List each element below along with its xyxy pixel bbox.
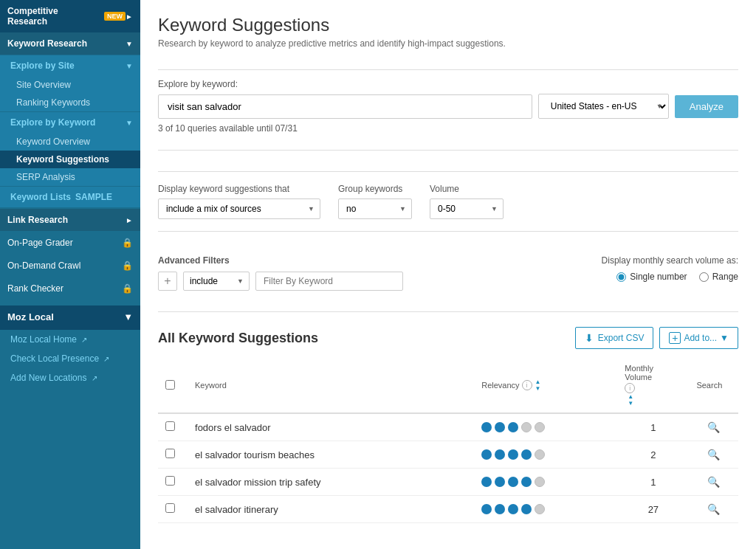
- filled-dot: [495, 477, 505, 487]
- display-monthly-label: Display monthly search volume as:: [602, 255, 738, 266]
- sidebar-item-rank-checker[interactable]: Rank Checker 🔒: [0, 277, 140, 300]
- download-icon: ⬇: [585, 332, 594, 344]
- sidebar-item-serp-analysis[interactable]: SERP Analysis: [0, 168, 140, 186]
- filled-dot: [481, 504, 492, 514]
- keyword-input[interactable]: [158, 94, 532, 119]
- filled-dot: [481, 422, 492, 432]
- display-filter-wrapper: include a mix of sources include only ex…: [158, 198, 320, 219]
- sidebar-item-link-research[interactable]: Link Research ►: [0, 209, 140, 231]
- plus-icon: +: [669, 332, 681, 344]
- table-title: All Keyword Suggestions: [158, 331, 318, 346]
- volume-cell: 2: [617, 441, 689, 469]
- th-volume[interactable]: Monthly Volume i ▲▼: [617, 358, 689, 413]
- table-head-row: Keyword Relevancy i ▲▼ Monthly Volume: [158, 358, 738, 413]
- volume-select[interactable]: 0-50 0-100 0-500 Any: [430, 198, 504, 219]
- on-demand-crawl-label: On-Demand Crawl: [7, 260, 80, 271]
- select-all-checkbox[interactable]: [165, 380, 175, 390]
- sidebar: Competitive Research NEW ► Keyword Resea…: [0, 0, 140, 549]
- sidebar-item-on-page-grader[interactable]: On-Page Grader 🔒: [0, 231, 140, 254]
- moz-local-header[interactable]: Moz Local ▼: [0, 305, 140, 328]
- lock-icon: 🔒: [122, 260, 133, 271]
- th-relevancy[interactable]: Relevancy i ▲▼: [474, 358, 617, 413]
- filled-dot: [495, 449, 505, 460]
- new-badge: NEW: [104, 12, 126, 21]
- explore-by-keyword-header[interactable]: Explore by Keyword ▼: [0, 111, 140, 133]
- advanced-section: Advanced Filters + include exclude Displ…: [158, 255, 738, 291]
- volume-cell: 1: [617, 413, 689, 441]
- keyword-cell: fodors el salvador: [188, 413, 474, 441]
- row-checkbox[interactable]: [165, 476, 175, 486]
- display-filter-label: Display keyword suggestions that: [158, 184, 320, 194]
- th-search: Search: [689, 358, 738, 413]
- divider: [158, 311, 738, 312]
- search-cell: 🔍: [689, 413, 738, 441]
- empty-dot: [521, 422, 532, 432]
- keyword-cell: el salvador mission trip safety: [188, 469, 474, 496]
- explore-by-site-header[interactable]: Explore by Site ▼: [0, 55, 140, 76]
- sort-icons: ▲▼: [535, 379, 541, 392]
- table-header-row: All Keyword Suggestions ⬇ Export CSV + A…: [158, 327, 738, 349]
- filter-by-keyword-input[interactable]: [255, 272, 403, 291]
- group-keywords-filter-group: Group keywords no yes: [338, 184, 412, 219]
- chevron-right-icon: ►: [126, 13, 133, 21]
- sidebar-item-on-demand-crawl[interactable]: On-Demand Crawl 🔒: [0, 254, 140, 277]
- info-icon: i: [625, 383, 635, 393]
- sidebar-item-keyword-overview[interactable]: Keyword Overview: [0, 133, 140, 151]
- radio-range[interactable]: Range: [699, 272, 738, 282]
- row-checkbox[interactable]: [165, 503, 175, 513]
- sample-badge: SAMPLE: [75, 192, 112, 202]
- search-icon-button[interactable]: 🔍: [707, 503, 720, 515]
- search-cell: 🔍: [689, 469, 738, 496]
- include-select[interactable]: include exclude: [183, 272, 250, 291]
- volume-label: Volume: [430, 184, 504, 194]
- sidebar-item-moz-local-home[interactable]: Moz Local Home ↗: [0, 330, 140, 349]
- sidebar-item-ranking-keywords[interactable]: Ranking Keywords: [0, 94, 140, 111]
- keywords-table: Keyword Relevancy i ▲▼ Monthly Volume: [158, 358, 738, 523]
- on-page-grader-label: On-Page Grader: [7, 238, 73, 248]
- sidebar-item-site-overview[interactable]: Site Overview: [0, 76, 140, 94]
- filled-dot: [481, 449, 492, 460]
- keyword-lists-header[interactable]: Keyword Lists SAMPLE: [0, 186, 140, 207]
- search-icon-button[interactable]: 🔍: [707, 421, 720, 433]
- search-cell: 🔍: [689, 496, 738, 523]
- add-filter-button[interactable]: +: [158, 272, 177, 291]
- keyword-research-label: Keyword Research: [7, 38, 87, 49]
- competitive-research-label: Competitive Research: [7, 6, 100, 27]
- empty-dot: [535, 477, 545, 487]
- sidebar-item-competitive-research[interactable]: Competitive Research NEW ►: [0, 0, 140, 32]
- volume-wrapper: 0-50 0-100 0-500 Any: [430, 198, 504, 219]
- display-filter-select[interactable]: include a mix of sources include only ex…: [158, 198, 320, 219]
- lock-icon: 🔒: [122, 238, 133, 248]
- row-checkbox[interactable]: [165, 449, 175, 458]
- display-monthly-section: Display monthly search volume as: Single…: [602, 255, 738, 282]
- advanced-filters-label: Advanced Filters: [158, 255, 403, 266]
- export-csv-button[interactable]: ⬇ Export CSV: [575, 327, 654, 349]
- sidebar-item-keyword-research[interactable]: Keyword Research ▼: [0, 32, 140, 55]
- moz-local-label: Moz Local: [7, 311, 54, 322]
- group-keywords-select[interactable]: no yes: [338, 198, 412, 219]
- empty-dot: [535, 422, 545, 432]
- volume-cell: 1: [617, 469, 689, 496]
- add-to-button[interactable]: + Add to... ▼: [659, 327, 738, 349]
- chevron-right-icon: ►: [126, 216, 133, 224]
- sidebar-item-check-local-presence[interactable]: Check Local Presence ↗: [0, 349, 140, 368]
- sidebar-item-keyword-suggestions[interactable]: Keyword Suggestions: [0, 151, 140, 168]
- table-section: All Keyword Suggestions ⬇ Export CSV + A…: [158, 327, 738, 523]
- external-link-icon: ↗: [103, 355, 109, 363]
- table-row: fodors el salvador1🔍: [158, 413, 738, 441]
- analyze-button[interactable]: Analyze: [675, 95, 738, 118]
- search-icon-button[interactable]: 🔍: [707, 449, 720, 460]
- explore-by-site-label: Explore by Site: [10, 61, 75, 71]
- row-checkbox[interactable]: [165, 421, 175, 431]
- relevancy-cell: [474, 496, 617, 523]
- search-icon-button[interactable]: 🔍: [707, 476, 720, 488]
- sidebar-item-add-new-locations[interactable]: Add New Locations ↗: [0, 368, 140, 387]
- table-actions: ⬇ Export CSV + Add to... ▼: [575, 327, 738, 349]
- th-checkbox: [158, 358, 188, 413]
- radio-single-number[interactable]: Single number: [616, 272, 687, 282]
- external-link-icon: ↗: [92, 374, 97, 382]
- chevron-down-icon: ▼: [720, 333, 729, 343]
- th-keyword: Keyword: [188, 358, 474, 413]
- main-content: Keyword Suggestions Research by keyword …: [140, 0, 756, 549]
- country-select[interactable]: United States - en-US United Kingdom - e…: [538, 94, 669, 119]
